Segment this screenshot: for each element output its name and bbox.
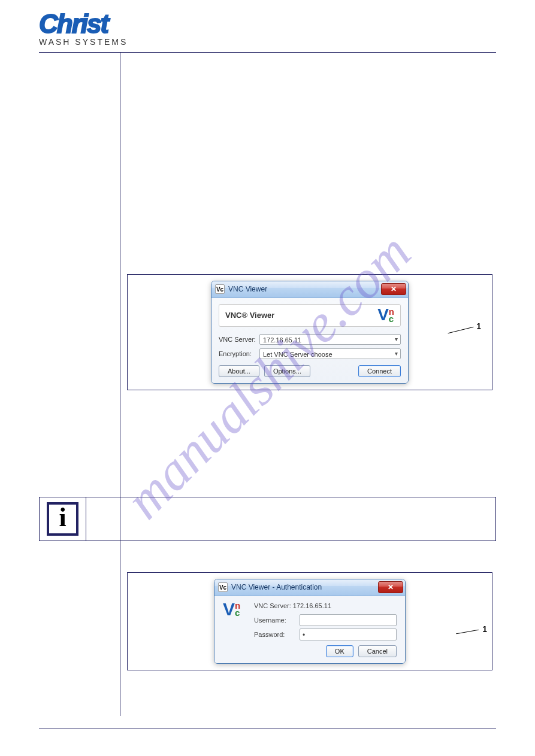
brand-logo: Christ WASH SYSTEMS <box>39 12 128 47</box>
server-label: VNC Server: <box>219 336 259 343</box>
cancel-button[interactable]: Cancel <box>358 645 397 657</box>
right-column: Vc VNC Viewer - Authentication ✕ Vnc VNC… <box>120 548 496 716</box>
window-title: VNC Viewer - Authentication <box>231 583 378 591</box>
callout-number-2: 1 <box>482 624 487 634</box>
username-label: Username: <box>254 617 296 624</box>
encryption-select[interactable]: Let VNC Server choose <box>259 348 401 359</box>
page: Christ WASH SYSTEMS Vc VNC Viewer ✕ <box>0 0 535 752</box>
spacer <box>123 53 496 268</box>
vnc-auth-dialog: Vc VNC Viewer - Authentication ✕ Vnc VNC… <box>214 579 406 664</box>
vnc-logo-icon: Vnc <box>223 602 250 617</box>
close-icon: ✕ <box>391 285 397 293</box>
close-button[interactable]: ✕ <box>378 581 403 593</box>
auth-grid: Vnc VNC Server: 172.16.65.11 Username: P… <box>223 602 397 640</box>
content-area-2: Vc VNC Viewer - Authentication ✕ Vnc VNC… <box>39 548 496 716</box>
callout-line-2 <box>456 629 479 634</box>
password-input[interactable]: • <box>300 629 397 640</box>
spacer <box>123 548 496 566</box>
info-icon: i <box>47 502 78 536</box>
spacer <box>123 396 496 420</box>
vnc-logo-icon: Vnc <box>377 308 394 323</box>
info-text-cell <box>86 497 496 541</box>
dialog-body: VNC® Viewer Vnc VNC Server: 172.16.65.11… <box>211 298 408 383</box>
vnc-connect-dialog: Vc VNC Viewer ✕ VNC® Viewer Vnc VNC Serv… <box>211 281 409 384</box>
button-row: About... Options... Connect <box>219 365 401 377</box>
server-input[interactable]: 172.16.65.11 <box>259 334 401 345</box>
left-column <box>39 548 120 716</box>
dialog-heading: VNC® Viewer <box>225 311 274 320</box>
callout-line-1 <box>448 326 474 333</box>
screenshot-vnc-connect: Vc VNC Viewer ✕ VNC® Viewer Vnc VNC Serv… <box>127 274 492 390</box>
vnc-app-icon: Vc <box>218 582 228 592</box>
server-row: VNC Server: 172.16.65.11 <box>219 334 401 345</box>
close-icon: ✕ <box>388 583 394 591</box>
vnc-brand-row: VNC® Viewer Vnc <box>219 304 401 327</box>
auth-server-label: VNC Server: 172.16.65.11 <box>254 602 397 609</box>
callout-number-1: 1 <box>476 321 481 331</box>
vertical-rule <box>120 548 120 716</box>
username-input[interactable] <box>300 614 397 626</box>
auth-body: Vnc VNC Server: 172.16.65.11 Username: P… <box>214 596 405 663</box>
encryption-label: Encryption: <box>219 350 259 357</box>
brand-name: Christ <box>39 12 128 36</box>
ok-button[interactable]: OK <box>326 645 353 657</box>
page-header: Christ WASH SYSTEMS <box>39 12 496 47</box>
brand-tagline: WASH SYSTEMS <box>39 37 128 47</box>
info-icon-cell: i <box>40 497 86 541</box>
close-button[interactable]: ✕ <box>381 283 406 295</box>
titlebar[interactable]: Vc VNC Viewer - Authentication ✕ <box>214 579 405 596</box>
encryption-row: Encryption: Let VNC Server choose <box>219 348 401 359</box>
password-label: Password: <box>254 631 296 638</box>
auth-button-row: OK Cancel <box>223 645 397 657</box>
titlebar[interactable]: Vc VNC Viewer ✕ <box>211 281 408 298</box>
screenshot-vnc-auth: Vc VNC Viewer - Authentication ✕ Vnc VNC… <box>127 572 492 670</box>
footer-rule <box>39 728 496 728</box>
options-button[interactable]: Options... <box>264 365 310 377</box>
connect-button[interactable]: Connect <box>358 365 401 377</box>
about-button[interactable]: About... <box>219 365 259 377</box>
info-box: i <box>39 497 496 541</box>
window-title: VNC Viewer <box>228 285 381 293</box>
vnc-app-icon: Vc <box>215 284 225 294</box>
